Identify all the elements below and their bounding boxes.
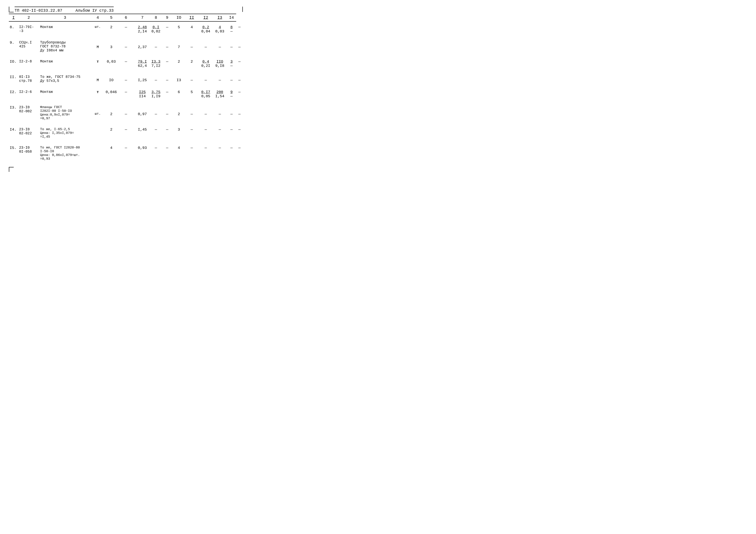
row-unit-11: М [91, 73, 105, 84]
row-num-12: I2. [9, 88, 18, 99]
row-col14-12: — [236, 88, 243, 99]
row-desc-14: То же, I-65-2,5 Цена: I,35хI,079= =I,45 [39, 125, 91, 140]
row-col8-10: — [161, 57, 173, 69]
col-header-6: 6 [118, 14, 134, 21]
row-desc-15: То же, ГОСТ I2820-80 I-50-I0 Цена: 0,86х… [39, 143, 91, 162]
row-col6-13: 0,97 [134, 103, 150, 121]
row-col12-10: IIO 9,I8 [213, 57, 227, 69]
row-col13-11: — [227, 73, 236, 84]
row-code-11: 0I-I3 стр.78 [18, 73, 39, 84]
row-col9-9: 7 [173, 38, 185, 53]
row-col6-10: 79,I 62,4 [134, 57, 150, 69]
row-col7-9: — [150, 38, 161, 53]
row-code-14: 23-I0 02-022 [18, 125, 39, 140]
row-col12-9: — [213, 38, 227, 53]
table-row: I4. 23-I0 02-022 То же, I-65-2,5 Цена: I… [9, 125, 243, 140]
row-col7-10: I3,3 7,I2 [150, 57, 161, 69]
col-header-2: 2 [18, 14, 39, 21]
page-header: ТП 402-II-0I33.22.87 Альбом IУ стр.33 [9, 7, 243, 13]
row-col9-12: 6 [173, 88, 185, 99]
row-col9-13: 2 [173, 103, 185, 121]
row-col14-10: — [236, 57, 243, 69]
row-num-11: II. [9, 73, 18, 84]
row-col5-11: — [118, 73, 134, 84]
row-col13-13: — [227, 103, 236, 121]
row-num-10: IO. [9, 57, 18, 69]
doc-reference: ТП 402-II-0I33.22.87 [14, 8, 62, 13]
row-col13-10: 3 — [227, 57, 236, 69]
row-code-13: 23-I0 02-002 [18, 103, 39, 121]
row-desc-8: Монтаж [39, 21, 91, 35]
row-col8-9: — [161, 38, 173, 53]
row-num-8: 8. [9, 21, 18, 35]
row-col11-15: — [199, 143, 213, 162]
col-header-1: I [9, 14, 18, 21]
bottom-left-bracket [9, 167, 243, 172]
col-header-12: I2 [199, 14, 213, 21]
row-col4-15: 4 [105, 143, 118, 162]
row-col8-11: — [161, 73, 173, 84]
row-col9-11: I3 [173, 73, 185, 84]
row-col11-11: — [199, 73, 213, 84]
col-header-9: 9 [161, 14, 173, 21]
row-col8-12: — [161, 88, 173, 99]
col-header-14: I4 [227, 14, 236, 21]
row-col7-14: — [150, 125, 161, 140]
row-col14-11: — [236, 73, 243, 84]
row-col13-15: — [227, 143, 236, 162]
row-col12-13: — [213, 103, 227, 121]
row-num-14: I4. [9, 125, 18, 140]
row-col8-8: — [161, 21, 173, 35]
table-row: IO. I2-2-8 Монтаж т 0,03 — 79,I 62,4 I3,… [9, 57, 243, 69]
row-col7-15: — [150, 143, 161, 162]
row-code-15: 23-I0 0I-058 [18, 143, 39, 162]
row-col12-15: — [213, 143, 227, 162]
row-col6-11: I,25 [134, 73, 150, 84]
table-row: 8. I2-79I- -3 Монтаж шт. 2 — 2,48 2,I4 0… [9, 21, 243, 35]
row-col14-8: — [236, 21, 243, 35]
row-col4-13: 2 [105, 103, 118, 121]
row-col11-9: — [199, 38, 213, 53]
row-code-8: I2-79I- -3 [18, 21, 39, 35]
row-col10-15: — [185, 143, 199, 162]
row-col8-13: — [161, 103, 173, 121]
row-col6-8: 2,48 2,I4 [134, 21, 150, 35]
row-col4-9: 3 [105, 38, 118, 53]
row-col4-11: IO [105, 73, 118, 84]
row-col6-15: 0,93 [134, 143, 150, 162]
row-col13-9: — [227, 38, 236, 53]
table-row: I5. 23-I0 0I-058 То же, ГОСТ I2820-80 I-… [9, 143, 243, 162]
row-col6-14: I,45 [134, 125, 150, 140]
row-col4-10: 0,03 [105, 57, 118, 69]
row-col4-8: 2 [105, 21, 118, 35]
row-col6-9: 2,37 [134, 38, 150, 53]
row-code-12: I2-2-6 [18, 88, 39, 99]
table-row: I3. 23-I0 02-002 Фланцы ГОСТ I282I-80 I-… [9, 103, 243, 121]
row-col7-11: — [150, 73, 161, 84]
row-col10-12: 5 [185, 88, 199, 99]
col-header-4: 4 [91, 14, 105, 21]
row-desc-12: Монтаж [39, 88, 91, 99]
main-table: I 2 3 4 5 6 7 8 9 IO II I2 I3 I4 8. I2-7… [9, 14, 243, 166]
column-headers: I 2 3 4 5 6 7 8 9 IO II I2 I3 I4 [9, 14, 243, 21]
row-col14-9: — [236, 38, 243, 53]
row-col14-14: — [236, 125, 243, 140]
col-header-8: 8 [150, 14, 161, 21]
row-col6-12: I25 II4 [134, 88, 150, 99]
row-col12-12: 200 I,54 [213, 88, 227, 99]
row-desc-11: То же, ГОСТ 8734-75 Ду 57х3,5 [39, 73, 91, 84]
col-header-3: 3 [39, 14, 91, 21]
row-col8-15: — [161, 143, 173, 162]
row-desc-10: Монтаж [39, 57, 91, 69]
row-num-13: I3. [9, 103, 18, 121]
row-col5-14: — [118, 125, 134, 140]
table-row: 9. ССЦч.I 4I5 Трубопроводы ГОСТ 8732-78 … [9, 38, 243, 53]
row-col10-11: — [185, 73, 199, 84]
row-col12-8: 4 0,03 [213, 21, 227, 35]
col-header-7: 7 [134, 14, 150, 21]
row-col5-15: — [118, 143, 134, 162]
row-unit-9: М [91, 38, 105, 53]
row-col10-10: 2 [185, 57, 199, 69]
row-num-15: I5. [9, 143, 18, 162]
row-col7-8: 0,I 0,02 [150, 21, 161, 35]
